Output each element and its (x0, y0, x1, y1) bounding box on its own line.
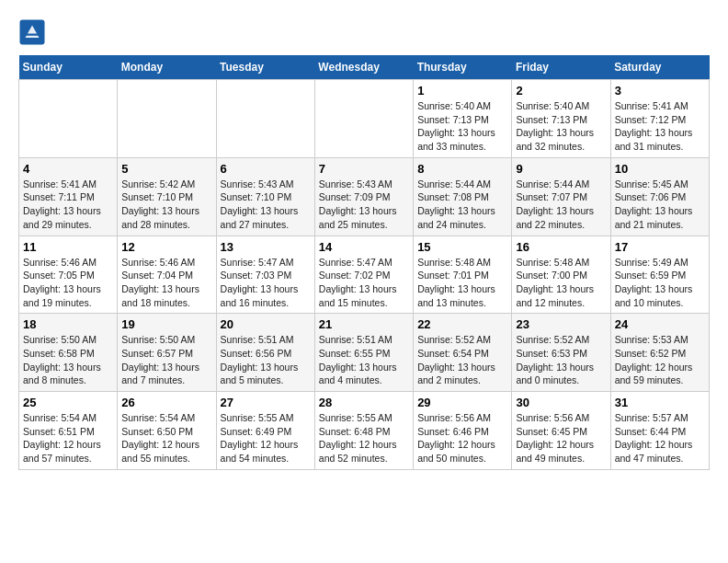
day-info: Sunrise: 5:54 AM Sunset: 6:50 PM Dayligh… (121, 411, 211, 465)
day-number: 28 (319, 396, 409, 409)
day-number: 9 (516, 162, 606, 176)
day-info: Sunrise: 5:40 AM Sunset: 7:13 PM Dayligh… (417, 99, 507, 154)
weekday-header-thursday: Thursday (414, 55, 512, 80)
calendar-cell: 12Sunrise: 5:46 AM Sunset: 7:04 PM Dayli… (118, 236, 216, 314)
day-info: Sunrise: 5:44 AM Sunset: 7:08 PM Dayligh… (417, 178, 507, 232)
day-number: 11 (23, 240, 113, 254)
day-info: Sunrise: 5:51 AM Sunset: 6:55 PM Dayligh… (319, 333, 409, 387)
calendar-cell: 22Sunrise: 5:52 AM Sunset: 6:54 PM Dayli… (414, 314, 512, 392)
calendar-cell: 4Sunrise: 5:41 AM Sunset: 7:11 PM Daylig… (19, 157, 118, 236)
day-number: 30 (516, 396, 606, 409)
day-info: Sunrise: 5:47 AM Sunset: 7:02 PM Dayligh… (319, 256, 409, 310)
logo (18, 18, 50, 46)
day-info: Sunrise: 5:44 AM Sunset: 7:07 PM Dayligh… (516, 178, 606, 232)
day-info: Sunrise: 5:41 AM Sunset: 7:11 PM Dayligh… (23, 178, 113, 232)
day-number: 4 (23, 162, 113, 176)
day-info: Sunrise: 5:40 AM Sunset: 7:13 PM Dayligh… (516, 99, 606, 154)
calendar-week-row: 25Sunrise: 5:54 AM Sunset: 6:51 PM Dayli… (19, 392, 710, 470)
calendar-cell: 19Sunrise: 5:50 AM Sunset: 6:57 PM Dayli… (118, 314, 216, 392)
calendar-cell: 13Sunrise: 5:47 AM Sunset: 7:03 PM Dayli… (216, 236, 314, 314)
day-info: Sunrise: 5:55 AM Sunset: 6:49 PM Dayligh… (221, 411, 311, 465)
calendar-cell: 10Sunrise: 5:45 AM Sunset: 7:06 PM Dayli… (610, 157, 709, 236)
day-info: Sunrise: 5:52 AM Sunset: 6:53 PM Dayligh… (516, 333, 606, 387)
calendar-cell: 17Sunrise: 5:49 AM Sunset: 6:59 PM Dayli… (610, 236, 709, 314)
calendar-cell: 15Sunrise: 5:48 AM Sunset: 7:01 PM Dayli… (414, 236, 512, 314)
calendar-cell (118, 80, 216, 158)
day-number: 6 (221, 162, 311, 176)
calendar-week-row: 11Sunrise: 5:46 AM Sunset: 7:05 PM Dayli… (19, 236, 710, 314)
day-info: Sunrise: 5:42 AM Sunset: 7:10 PM Dayligh… (121, 178, 211, 232)
day-number: 22 (417, 317, 507, 331)
logo-icon (18, 18, 46, 46)
day-number: 18 (23, 317, 113, 331)
weekday-header-friday: Friday (512, 55, 610, 80)
weekday-header-saturday: Saturday (610, 55, 709, 80)
calendar-cell: 27Sunrise: 5:55 AM Sunset: 6:49 PM Dayli… (216, 392, 314, 470)
calendar-cell: 24Sunrise: 5:53 AM Sunset: 6:52 PM Dayli… (610, 314, 709, 392)
calendar-cell: 30Sunrise: 5:56 AM Sunset: 6:45 PM Dayli… (512, 392, 610, 470)
day-info: Sunrise: 5:43 AM Sunset: 7:10 PM Dayligh… (221, 178, 311, 232)
day-number: 26 (121, 396, 211, 409)
day-info: Sunrise: 5:43 AM Sunset: 7:09 PM Dayligh… (319, 178, 409, 232)
day-info: Sunrise: 5:50 AM Sunset: 6:57 PM Dayligh… (121, 333, 211, 387)
day-number: 14 (319, 240, 409, 254)
weekday-header-wednesday: Wednesday (314, 55, 413, 80)
page-header (18, 18, 710, 46)
day-info: Sunrise: 5:46 AM Sunset: 7:05 PM Dayligh… (23, 256, 113, 310)
day-info: Sunrise: 5:54 AM Sunset: 6:51 PM Dayligh… (23, 411, 113, 465)
day-number: 17 (615, 240, 705, 254)
calendar-cell (216, 80, 314, 158)
day-number: 25 (23, 396, 113, 409)
day-info: Sunrise: 5:56 AM Sunset: 6:46 PM Dayligh… (417, 411, 507, 465)
calendar-cell: 16Sunrise: 5:48 AM Sunset: 7:00 PM Dayli… (512, 236, 610, 314)
day-info: Sunrise: 5:50 AM Sunset: 6:58 PM Dayligh… (23, 333, 113, 387)
day-number: 15 (417, 240, 507, 254)
day-number: 19 (121, 317, 211, 331)
calendar-cell: 20Sunrise: 5:51 AM Sunset: 6:56 PM Dayli… (216, 314, 314, 392)
day-number: 3 (615, 84, 705, 98)
calendar-cell: 18Sunrise: 5:50 AM Sunset: 6:58 PM Dayli… (19, 314, 118, 392)
day-number: 23 (516, 317, 606, 331)
day-info: Sunrise: 5:57 AM Sunset: 6:44 PM Dayligh… (615, 411, 705, 465)
day-info: Sunrise: 5:49 AM Sunset: 6:59 PM Dayligh… (615, 256, 705, 310)
calendar-week-row: 18Sunrise: 5:50 AM Sunset: 6:58 PM Dayli… (19, 314, 710, 392)
calendar-cell: 31Sunrise: 5:57 AM Sunset: 6:44 PM Dayli… (610, 392, 709, 470)
calendar-cell: 14Sunrise: 5:47 AM Sunset: 7:02 PM Dayli… (314, 236, 413, 314)
calendar-cell: 3Sunrise: 5:41 AM Sunset: 7:12 PM Daylig… (610, 80, 709, 158)
calendar-table: SundayMondayTuesdayWednesdayThursdayFrid… (18, 55, 710, 470)
day-info: Sunrise: 5:48 AM Sunset: 7:00 PM Dayligh… (516, 256, 606, 310)
calendar-cell: 8Sunrise: 5:44 AM Sunset: 7:08 PM Daylig… (414, 157, 512, 236)
day-number: 5 (121, 162, 211, 176)
day-info: Sunrise: 5:56 AM Sunset: 6:45 PM Dayligh… (516, 411, 606, 465)
day-number: 16 (516, 240, 606, 254)
day-info: Sunrise: 5:45 AM Sunset: 7:06 PM Dayligh… (615, 178, 705, 232)
day-number: 31 (615, 396, 705, 409)
day-info: Sunrise: 5:48 AM Sunset: 7:01 PM Dayligh… (417, 256, 507, 310)
calendar-cell: 25Sunrise: 5:54 AM Sunset: 6:51 PM Dayli… (19, 392, 118, 470)
weekday-header-monday: Monday (118, 55, 216, 80)
day-number: 13 (221, 240, 311, 254)
day-info: Sunrise: 5:41 AM Sunset: 7:12 PM Dayligh… (615, 99, 705, 154)
calendar-week-row: 1Sunrise: 5:40 AM Sunset: 7:13 PM Daylig… (19, 80, 710, 158)
day-number: 10 (615, 162, 705, 176)
day-number: 12 (121, 240, 211, 254)
calendar-cell: 9Sunrise: 5:44 AM Sunset: 7:07 PM Daylig… (512, 157, 610, 236)
svg-rect-2 (24, 34, 40, 36)
calendar-cell: 21Sunrise: 5:51 AM Sunset: 6:55 PM Dayli… (314, 314, 413, 392)
calendar-cell: 29Sunrise: 5:56 AM Sunset: 6:46 PM Dayli… (414, 392, 512, 470)
day-number: 29 (417, 396, 507, 409)
calendar-cell: 26Sunrise: 5:54 AM Sunset: 6:50 PM Dayli… (118, 392, 216, 470)
calendar-cell: 5Sunrise: 5:42 AM Sunset: 7:10 PM Daylig… (118, 157, 216, 236)
weekday-header-sunday: Sunday (19, 55, 118, 80)
day-info: Sunrise: 5:51 AM Sunset: 6:56 PM Dayligh… (221, 333, 311, 387)
day-number: 7 (319, 162, 409, 176)
day-number: 24 (615, 317, 705, 331)
day-info: Sunrise: 5:52 AM Sunset: 6:54 PM Dayligh… (417, 333, 507, 387)
day-info: Sunrise: 5:47 AM Sunset: 7:03 PM Dayligh… (221, 256, 311, 310)
calendar-cell (19, 80, 118, 158)
day-number: 21 (319, 317, 409, 331)
weekday-header-tuesday: Tuesday (216, 55, 314, 80)
calendar-cell: 1Sunrise: 5:40 AM Sunset: 7:13 PM Daylig… (414, 80, 512, 158)
day-number: 1 (417, 84, 507, 98)
day-info: Sunrise: 5:53 AM Sunset: 6:52 PM Dayligh… (615, 333, 705, 387)
